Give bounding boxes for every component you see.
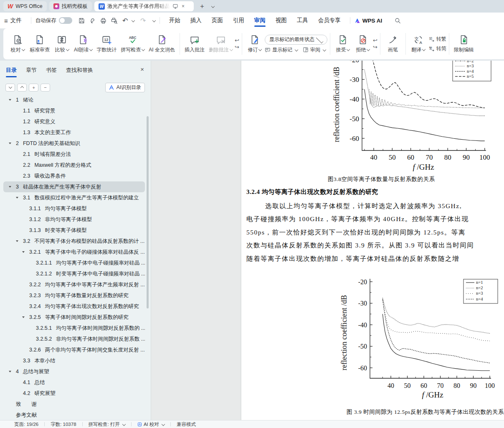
toc-item[interactable]: 2FDTD 法的相关基础知识 [0,138,145,149]
previous-comment-icon[interactable]: ↩ [235,38,239,43]
toc-item[interactable]: 2.2Maxwell 方程的差分格式 [0,160,145,171]
export-icon[interactable] [87,15,98,25]
toc-item[interactable]: 1绪论 [0,94,145,105]
sidebar-tab-chapters[interactable]: 章节 [26,65,37,76]
menu-insert[interactable]: 插入 [185,13,207,28]
next-change-icon[interactable]: ↪ [373,44,377,50]
next-comment-icon[interactable]: ↪ [235,44,239,50]
undo-icon[interactable]: ↶ [120,15,131,25]
toc-item[interactable]: 3.2.4均匀等离子体出现次数对反射系数的研究 [0,301,145,312]
caret-down-icon[interactable] [22,316,25,318]
sidebar-tab-find-replace[interactable]: 查找和替换 [66,65,93,76]
menu-tools[interactable]: 工具 [292,13,313,28]
print-icon[interactable] [98,15,109,25]
hamburger-menu-icon[interactable]: ≡ [4,17,8,24]
caret-down-icon[interactable] [9,99,11,101]
spellcheck-status[interactable]: 拼写检查: 打开 [89,421,125,428]
sidebar-tab-bookmarks[interactable]: 书签 [46,65,57,76]
caret-down-icon[interactable] [9,143,11,144]
toc-item[interactable]: 2.1时域有限差分法 [0,149,145,160]
spell-check-button[interactable]: ABC 拼写检查 [119,35,147,54]
toc-item[interactable]: 3.1.3时变等离子体模型 [0,225,145,236]
wps-ai-button[interactable]: WPS AI [355,18,382,24]
page-indicator[interactable]: 页面: 19/26 [14,421,38,428]
redo-icon[interactable]: ↷ [138,15,149,25]
autosave-toggle[interactable] [59,17,72,24]
toc-item[interactable]: 3.2不同等离子体分布模型的硅晶体反射系数的计 ... [0,236,145,247]
menu-review[interactable]: 审阅 [249,13,271,28]
ai-read-aloud-button[interactable]: AI朗读 [72,35,94,54]
customize-toolbar-chevron-icon[interactable] [152,19,156,22]
save-icon[interactable] [76,15,87,25]
to-traditional-button[interactable]: 简 转繁 [428,36,446,43]
toc-item[interactable]: 3.2.3均匀等离子体数量对反射系数的研究 [0,290,145,301]
toc-item[interactable]: 3.2.1.2时变等离子体中电子碰撞频率对硅晶 ... [0,268,145,279]
file-menu[interactable]: 文件 [10,13,27,28]
tab-current-document[interactable]: W 激光产生等离子体作用硅晶体 × [94,1,194,11]
to-simplified-button[interactable]: 繁 转简 [428,45,446,52]
sidebar-tab-toc[interactable]: 目录 [6,65,17,76]
toc-item[interactable]: 3.3本章小结 [0,355,145,366]
toc-item[interactable]: 3.1.1均匀等离子体模型 [0,203,145,214]
reject-change-button[interactable]: 拒绝 [353,35,373,54]
print-preview-icon[interactable] [109,15,120,25]
toc-item[interactable]: 参考文献 [0,410,145,420]
ai-polish-button[interactable]: AI 全文润色 [147,35,177,54]
toc-item[interactable]: 3.2.2均匀等离子体中等离子体产生频率对反射 ... [0,279,145,290]
delete-comment-button[interactable]: 删除批注 [207,35,235,54]
review-pane-button[interactable]: 审阅 [303,46,326,54]
toc-item[interactable]: 3.1数值模拟过程中激光产生等离子体模型的建立 [0,192,145,203]
toc-item[interactable]: 2.3吸收边界条件 [0,171,145,181]
show-markup-button[interactable]: 显示标记 [265,46,298,54]
translate-button[interactable]: 文A 翻译 [408,35,428,54]
caret-down-icon[interactable] [16,197,18,199]
toc-item[interactable]: 3.1.2非均匀等离子体模型 [0,214,145,225]
insert-comment-button[interactable]: 插入批注 [182,35,207,54]
menu-page[interactable]: 页面 [207,13,228,28]
new-tab-icon[interactable]: ＋ [196,2,208,11]
caret-down-icon[interactable] [22,251,25,253]
caret-down-icon[interactable] [16,240,18,242]
ai-recognize-toc-button[interactable]: AI识别目录 [105,83,145,92]
toc-item[interactable]: 3.2.1等离子体中电子的碰撞体频率对硅晶体反 ... [0,247,145,257]
ink-pen-button[interactable]: 画笔 [383,35,403,54]
toc-item[interactable]: 1.3本文的主要工作 [0,127,145,138]
word-count-button[interactable]: 12 字数统计 [94,35,119,54]
caret-down-icon[interactable] [9,371,11,372]
toc-item[interactable]: 1.1研究背景 [0,105,145,116]
toc-item[interactable]: 1.2研究意义 [0,116,145,127]
menu-member[interactable]: 会员专享 [313,13,346,28]
close-tab-icon[interactable]: × [181,3,185,9]
sidebar-scrollbar[interactable] [147,116,149,308]
tab-list-chevron-icon[interactable] [211,5,215,8]
tab-wps-office[interactable]: W WPS Office [3,1,47,11]
monitor-icon[interactable] [172,3,178,9]
toc-item[interactable]: 4.1总结 [0,377,145,388]
collapse-all-button[interactable] [17,84,27,92]
markup-state-select[interactable]: 显示标记的最终状态 [265,35,327,45]
previous-change-icon[interactable]: ↩ [373,38,377,43]
undo-chevron-icon[interactable] [132,19,135,22]
search-icon[interactable] [392,15,403,25]
expand-all-button[interactable] [5,84,15,92]
menu-reference[interactable]: 引用 [228,13,249,28]
toc-item[interactable]: 3.2.5.1均匀等离子体时间间隙对反射系数的 ... [0,323,145,334]
tab-docer-templates[interactable]: 找稻壳模板 [49,1,92,11]
word-count-indicator[interactable]: 字数: 10378 [51,421,76,428]
toc-item[interactable]: 3.2.5等离子体时间间隙对反射系数的研究 [0,312,145,323]
standard-review-button[interactable]: 标准审查 [28,35,52,54]
document-page[interactable]: -20-30-40-50-60405060708090100n=2n=3n=4n… [241,61,504,420]
menu-view[interactable]: 视图 [271,13,292,28]
restrict-editing-button[interactable]: 限制编辑 [452,35,476,54]
compare-button[interactable]: 比较 [52,35,72,54]
menu-home[interactable]: 开始 [164,13,185,28]
ai-proofread-status[interactable]: AI 校对 [137,421,165,428]
close-sidebar-icon[interactable]: × [140,66,144,73]
proofread-button[interactable]: 校对 [8,35,28,54]
zoom-in-button[interactable]: ＋ [29,84,38,92]
accept-change-button[interactable]: 接受 [333,35,353,54]
toc-item[interactable]: 3.2.5.2非均匀等离子体时间间隙对反射系数 ... [0,334,145,344]
toc-item[interactable]: 4.2研究展望 [0,388,145,399]
track-changes-button[interactable]: 修订 [245,35,265,54]
toc-item[interactable]: 致 谢 [0,399,145,410]
